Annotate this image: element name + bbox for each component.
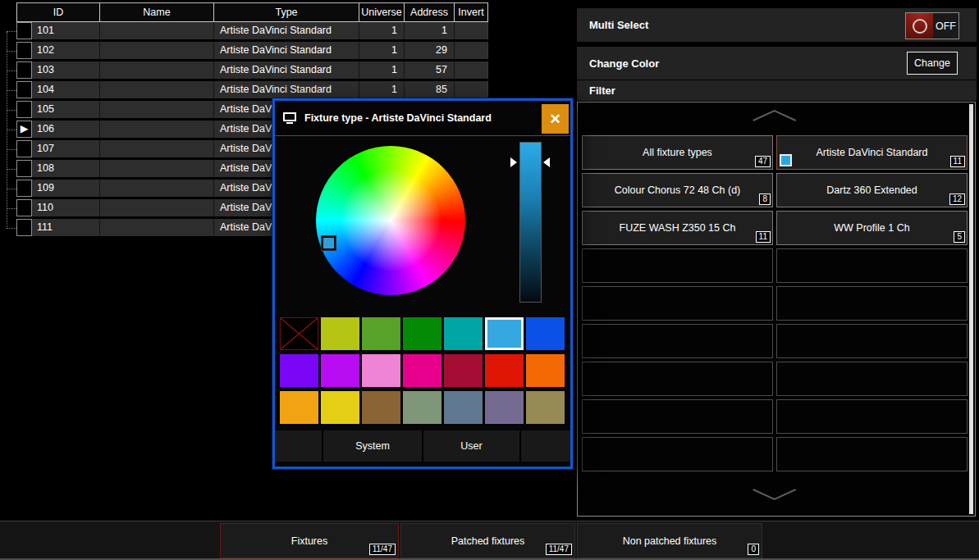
table-row[interactable]: 101 Artiste DaVinci Standard 1 1 — [16, 22, 488, 39]
current-row-marker-icon[interactable]: ▶ — [16, 121, 32, 138]
filter-button-colour-chorus[interactable]: Colour Chorus 72 48 Ch (d) 8 — [582, 173, 773, 207]
tab-spacer — [521, 430, 570, 462]
filter-slot-empty — [776, 437, 968, 471]
table-row[interactable]: 103 Artiste DaVinci Standard 1 57 — [16, 61, 488, 79]
column-header-name[interactable]: Name — [100, 3, 214, 21]
scroll-down-icon[interactable] — [751, 488, 798, 504]
color-swatch[interactable] — [362, 391, 400, 424]
count-badge: 8 — [759, 193, 771, 205]
color-wheel-marker[interactable] — [322, 236, 336, 250]
brightness-slider[interactable] — [519, 142, 542, 303]
dialog-title: Fixture type - Artiste DaVinci Standard — [304, 101, 492, 135]
color-swatch[interactable] — [485, 391, 524, 424]
tree-connector — [7, 110, 16, 111]
toggle-state-text: OFF — [933, 13, 958, 39]
color-swatch[interactable] — [526, 317, 565, 350]
toggle-indicator — [906, 13, 933, 39]
color-swatch-selected[interactable] — [485, 317, 524, 350]
app-window: ID Name Type Universe Address Invert 101… — [0, 0, 979, 560]
row-selector[interactable] — [16, 160, 32, 177]
color-swatch[interactable] — [280, 391, 318, 424]
color-swatch[interactable] — [403, 317, 441, 350]
tab-fixtures[interactable]: Fixtures 11/47 — [220, 523, 399, 558]
tree-connector — [7, 31, 16, 32]
row-selector[interactable] — [16, 199, 32, 216]
color-swatch[interactable] — [444, 354, 483, 387]
tab-user[interactable]: User — [423, 430, 519, 462]
multi-select-toggle[interactable]: OFF — [905, 12, 959, 39]
row-selector[interactable] — [16, 61, 32, 79]
filter-slot-empty — [776, 399, 968, 434]
row-selector[interactable] — [16, 180, 32, 197]
count-badge: 47 — [755, 156, 771, 167]
scrollbar[interactable] — [969, 104, 973, 514]
color-swatch[interactable] — [362, 354, 400, 387]
color-swatch[interactable] — [526, 391, 565, 424]
filter-slot-empty — [776, 362, 968, 396]
table-header-row: ID Name Type Universe Address Invert — [16, 2, 488, 22]
toggle-circle-icon — [913, 19, 927, 34]
filter-button-fuze-wash[interactable]: FUZE WASH Z350 15 Ch 11 — [582, 211, 773, 245]
tree-connector — [7, 169, 16, 170]
filter-slot-empty — [582, 399, 773, 434]
color-swatch[interactable] — [485, 354, 524, 387]
tree-connector — [7, 130, 16, 130]
color-swatch[interactable] — [403, 354, 441, 387]
color-swatch[interactable] — [526, 354, 565, 387]
color-swatch[interactable] — [280, 354, 318, 387]
count-badge: 12 — [949, 193, 965, 205]
filter-slot-empty — [776, 248, 968, 283]
close-button[interactable]: ✕ — [542, 104, 569, 134]
filter-slot-empty — [582, 248, 773, 283]
change-button[interactable]: Change — [907, 52, 958, 75]
tab-patched-fixtures[interactable]: Patched fixtures 11/47 — [400, 523, 575, 558]
filter-slot-empty — [582, 362, 773, 396]
dialog-title-bar[interactable]: Fixture type - Artiste DaVinci Standard … — [275, 101, 570, 136]
color-wheel[interactable] — [316, 146, 465, 295]
count-badge: 11 — [950, 156, 965, 167]
row-selector[interactable] — [16, 81, 32, 98]
column-header-type[interactable]: Type — [214, 3, 359, 21]
scroll-up-icon[interactable] — [751, 109, 798, 125]
multi-select-label: Multi Select — [589, 8, 648, 42]
filter-label: Filter — [589, 80, 615, 101]
table-row[interactable]: 102 Artiste DaVinci Standard 1 29 — [16, 42, 488, 59]
column-header-id[interactable]: ID — [16, 3, 100, 21]
color-swatch[interactable] — [321, 391, 359, 424]
filter-button-dartz-360[interactable]: Dartz 360 Extended 12 — [776, 173, 968, 207]
swatch-grid — [280, 317, 565, 424]
filter-grid: All fixture types 47 Artiste DaVinci Sta… — [582, 135, 968, 471]
column-header-address[interactable]: Address — [405, 3, 455, 21]
color-swatch[interactable] — [444, 317, 483, 350]
tab-non-patched-fixtures[interactable]: Non patched fixtures 0 — [577, 523, 762, 558]
color-swatch[interactable] — [321, 317, 359, 350]
slider-thumb-left-icon[interactable] — [510, 157, 517, 167]
no-color-swatch[interactable] — [280, 317, 318, 350]
multi-select-row: Multi Select OFF — [577, 8, 977, 42]
fixture-type-filter-list: All fixture types 47 Artiste DaVinci Sta… — [577, 102, 976, 517]
filter-slot-empty — [582, 286, 773, 321]
color-swatch[interactable] — [362, 317, 400, 350]
column-header-invert[interactable]: Invert — [455, 3, 488, 21]
table-row[interactable]: 104 Artiste DaVinci Standard 1 85 — [16, 81, 488, 98]
display-icon — [283, 112, 296, 124]
row-selector[interactable] — [16, 42, 32, 59]
row-selector[interactable] — [16, 140, 32, 157]
color-swatch[interactable] — [321, 354, 359, 387]
fixture-type-color-dialog: Fixture type - Artiste DaVinci Standard … — [272, 98, 573, 469]
tree-connector — [7, 189, 16, 189]
column-header-universe[interactable]: Universe — [359, 3, 405, 21]
filter-button-ww-profile[interactable]: WW Profile 1 Ch 5 — [776, 211, 968, 245]
color-swatch[interactable] — [444, 391, 483, 424]
tree-connector — [7, 149, 16, 150]
row-selector[interactable] — [16, 219, 32, 236]
slider-thumb-right-icon[interactable] — [543, 157, 550, 167]
count-badge: 11/47 — [546, 544, 572, 555]
row-selector[interactable] — [16, 101, 32, 118]
color-swatch[interactable] — [403, 391, 441, 424]
row-selector[interactable] — [16, 22, 32, 39]
change-color-row: Change Color Change — [577, 47, 977, 80]
filter-button-all-fixture-types[interactable]: All fixture types 47 — [582, 135, 773, 170]
tab-system[interactable]: System — [323, 430, 422, 462]
filter-button-artiste-davinci-standard[interactable]: Artiste DaVinci Standard 11 — [776, 135, 968, 170]
